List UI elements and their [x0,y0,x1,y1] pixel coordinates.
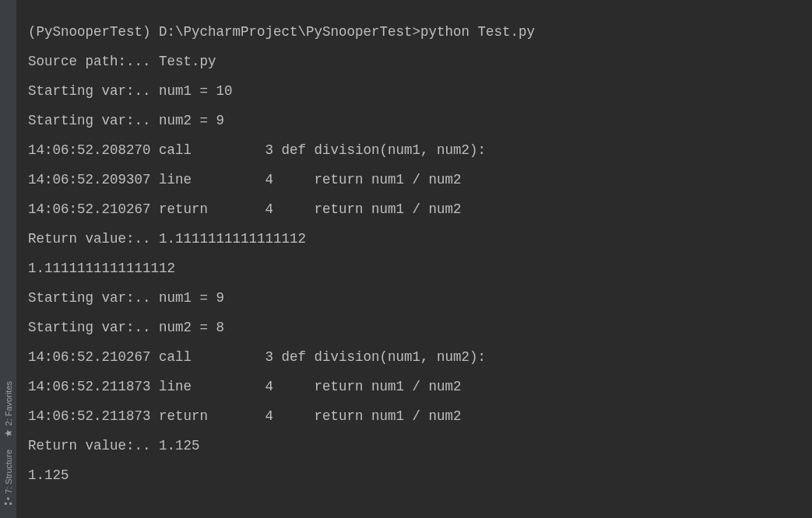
svg-rect-0 [5,502,7,505]
left-sidebar: 2: Favorites 7: Structure [0,0,17,518]
sidebar-item-label: 7: Structure [4,450,13,494]
terminal-line: 14:06:52.211873 return 4 return num1 / n… [28,401,812,431]
terminal-line: Return value:.. 1.1111111111111112 [28,224,812,254]
terminal-line: 1.1111111111111112 [28,254,812,283]
terminal-line: (PySnooperTest) D:\PycharmProject\PySnoo… [28,17,812,47]
terminal-line: Starting var:.. num1 = 9 [28,283,812,313]
terminal-line: Return value:.. 1.125 [28,431,812,460]
terminal-line: 14:06:52.210267 return 4 return num1 / n… [28,194,812,224]
sidebar-item-structure[interactable]: 7: Structure [4,443,13,512]
terminal-line: 14:06:52.211873 line 4 return num1 / num… [28,372,812,401]
terminal-output[interactable]: (PySnooperTest) D:\PycharmProject\PySnoo… [17,0,812,518]
sidebar-item-favorites[interactable]: 2: Favorites [4,375,13,443]
terminal-line: 14:06:52.209307 line 4 return num1 / num… [28,165,812,194]
terminal-line: 1.125 [28,460,812,490]
terminal-line: Starting var:.. num1 = 10 [28,76,812,106]
terminal-line: 14:06:52.208270 call 3 def division(num1… [28,135,812,165]
star-icon [4,429,12,437]
terminal-line: 14:06:52.210267 call 3 def division(num1… [28,342,812,372]
terminal-line: Starting var:.. num2 = 8 [28,313,812,342]
sidebar-item-label: 2: Favorites [4,381,13,425]
terminal-line: Source path:... Test.py [28,47,812,76]
app-root: 2: Favorites 7: Structure (PySnooperTest… [0,0,812,518]
svg-rect-2 [7,498,9,500]
structure-icon [4,497,12,506]
svg-rect-1 [9,502,12,505]
terminal-line: Starting var:.. num2 = 9 [28,106,812,135]
